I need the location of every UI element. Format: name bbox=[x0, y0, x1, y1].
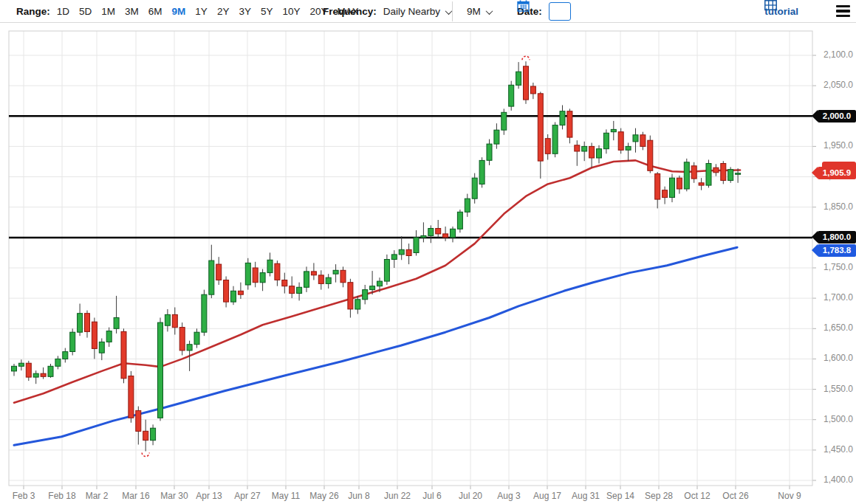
x-tick-label: Oct 12 bbox=[684, 491, 710, 501]
x-tick-label: Oct 26 bbox=[722, 491, 748, 501]
y-tick-label: 1,750.0 bbox=[816, 262, 853, 272]
y-tick-label: 1,400.0 bbox=[816, 474, 853, 485]
x-tick-label: Sep 14 bbox=[606, 491, 634, 501]
x-tick-label: Aug 17 bbox=[533, 491, 561, 501]
last-price-tag: 1,905.9 bbox=[818, 167, 856, 179]
x-tick-label: May 26 bbox=[309, 491, 338, 501]
x-tick-label: Aug 3 bbox=[497, 491, 520, 501]
x-tick-label: Apr 13 bbox=[196, 491, 222, 501]
hline-tag-2000: 2,000.0 bbox=[818, 110, 856, 122]
y-tick-label: 1,600.0 bbox=[816, 353, 853, 363]
y-tick-label: 1,700.0 bbox=[816, 292, 853, 303]
y-tick-label: 2,100.0 bbox=[816, 49, 853, 60]
x-tick-label: Feb 3 bbox=[13, 491, 35, 501]
x-tick-label: Jun 22 bbox=[384, 491, 411, 501]
slow-ma-price-tag: 1,783.8 bbox=[818, 244, 856, 257]
y-tick-label: 1,850.0 bbox=[816, 201, 853, 212]
hline-tag-1800: 1,800.0 bbox=[818, 231, 856, 244]
x-tick-label: Jul 20 bbox=[459, 491, 482, 501]
x-tick-label: May 11 bbox=[272, 491, 300, 501]
x-tick-label: Apr 27 bbox=[234, 491, 260, 501]
y-tick-label: 1,650.0 bbox=[816, 322, 853, 333]
x-tick-label: Sep 28 bbox=[645, 491, 673, 501]
y-tick-label: 1,950.0 bbox=[816, 140, 853, 151]
x-tick-label: Jul 6 bbox=[422, 491, 441, 501]
y-tick-label: 1,450.0 bbox=[816, 444, 853, 455]
y-tick-label: 2,050.0 bbox=[816, 80, 853, 90]
price-chart: 2,100.02,050.02,000.01,950.01,900.01,850… bbox=[0, 0, 856, 504]
x-tick-label: Jun 8 bbox=[348, 491, 369, 501]
y-tick-label: 1,550.0 bbox=[816, 384, 853, 394]
x-tick-label: Mar 2 bbox=[86, 491, 109, 501]
x-tick-label: Nov 9 bbox=[778, 491, 801, 501]
y-tick-label: 1,500.0 bbox=[816, 414, 853, 424]
x-tick-label: Aug 31 bbox=[572, 491, 600, 501]
x-tick-label: Mar 30 bbox=[160, 491, 188, 501]
app-window: Range: 1D5D1M3M6M9M1Y2Y3Y5Y10Y20YMAX Fre… bbox=[0, 0, 856, 504]
x-tick-label: Mar 16 bbox=[122, 491, 149, 501]
x-tick-label: Feb 18 bbox=[48, 491, 75, 501]
